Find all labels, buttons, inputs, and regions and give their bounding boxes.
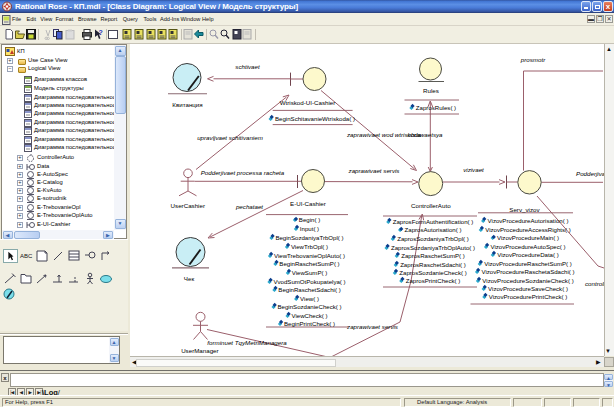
svg-text:ABC: ABC [20, 253, 33, 259]
svg-text:?: ? [99, 29, 103, 36]
